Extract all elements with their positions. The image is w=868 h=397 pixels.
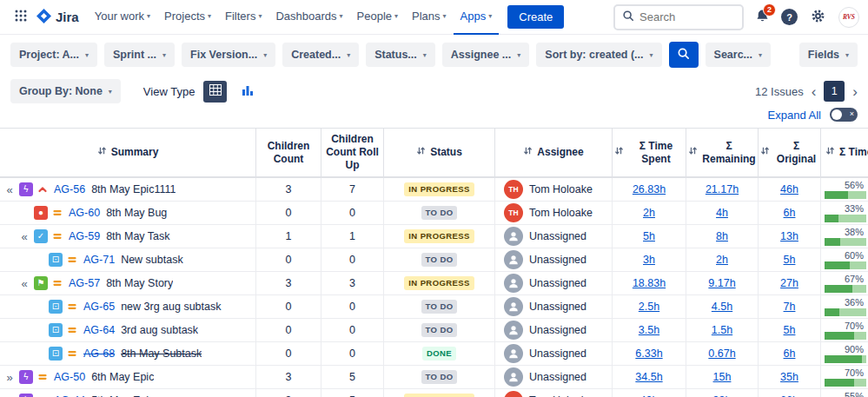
header-time-spent[interactable]: Σ Time Spent [613,129,686,176]
table-row[interactable]: » ϟ AG-50 6th May Epic 3 5 TO DO Unassig… [0,366,868,389]
table-row[interactable]: « ϟ AG-56 8th May Epic1111 3 7 IN PROGRE… [0,178,868,202]
time-original-link[interactable]: 46h [780,183,798,195]
header-assignee[interactable]: Assignee [495,129,613,176]
issue-key-link[interactable]: AG-56 [54,183,85,195]
table-row[interactable]: ⊡ AG-64 3rd aug subtask 0 0 TO DO Unassi… [0,319,868,342]
time-remaining-link[interactable]: 8h [716,230,728,242]
jira-home-link[interactable]: Jira [35,9,86,26]
view-type-chart-button[interactable] [235,81,259,103]
fields-dropdown[interactable]: Fields ▾ [799,43,858,67]
issue-key-link[interactable]: AG-60 [69,207,100,219]
time-spent-link[interactable]: 2.5h [639,301,659,313]
issue-key-link[interactable]: AG-65 [83,301,115,313]
table-row[interactable]: ⊡ AG-71 New subtask 0 0 TO DO Unassigned… [0,248,868,272]
nav-item-your-work[interactable]: Your work ▾ [88,0,157,35]
header-children-count[interactable]: Children Count [256,129,321,176]
group-by-dropdown[interactable]: Group By: None ▾ [10,79,121,103]
table-row[interactable]: ⊡ AG-68 8th May Subtask 0 0 DONE Unassig… [0,342,868,366]
time-remaining-link[interactable]: 4h [716,207,728,219]
time-remaining-link[interactable]: 0.67h [708,347,735,360]
header-children-count-rollup[interactable]: Children Count Roll Up [321,129,384,176]
time-remaining-link[interactable]: 15h [713,371,732,383]
nav-item-people[interactable]: People ▾ [350,0,406,35]
filter-chip[interactable]: Status... ▾ [366,43,435,67]
expand-toggle[interactable]: « [18,277,30,290]
nav-item-plans[interactable]: Plans ▾ [405,0,454,35]
time-original-link[interactable]: 35h [780,371,798,383]
time-remaining-link[interactable]: 1.5h [712,324,732,336]
filter-search-button[interactable] [669,42,699,68]
status-cell: TO DO [384,202,495,224]
time-spent-link[interactable]: 2h [643,207,655,219]
time-remaining-link[interactable]: 21.17h [706,183,739,195]
filter-chip[interactable]: Fix Version... ▾ [182,43,275,67]
summary-cell: ⊡ AG-71 New subtask [0,248,256,271]
nav-item-dashboards[interactable]: Dashboards ▾ [268,0,349,35]
status-cell: IN PROGRESS [384,389,495,397]
issue-key-link[interactable]: AG-68 [83,347,115,360]
top-search-box[interactable] [613,4,744,30]
time-spent-link[interactable]: 18.83h [633,277,666,289]
nav-item-apps[interactable]: Apps ▾ [454,0,500,35]
table-row[interactable]: « ⚑ AG-57 8th May Story 3 3 IN PROGRESS … [0,272,868,295]
time-spent-link[interactable]: 5h [643,230,655,242]
notifications-button[interactable]: 2 [755,9,770,26]
time-remaining-link[interactable]: 2h [716,254,728,266]
table-row[interactable]: ⊡ AG-65 new 3rg aug subtask 0 0 TO DO Un… [0,295,868,319]
issue-key-link[interactable]: AG-64 [83,324,115,336]
settings-button[interactable] [809,7,827,28]
filter-chip[interactable]: Sort by: created (... ▾ [536,43,661,67]
app-switcher-button[interactable] [9,3,33,30]
time-spent-link[interactable]: 26.83h [633,183,666,195]
header-time-original[interactable]: Σ Original [759,129,821,176]
time-spent-link[interactable]: 34.5h [635,371,662,383]
filter-chip[interactable]: Assignee ... ▾ [442,43,530,67]
pagination-prev-icon[interactable]: ‹ [812,84,817,99]
time-original-link[interactable]: 13h [780,230,798,242]
chevron-down-icon: ▾ [423,51,427,59]
expand-toggle[interactable]: « [3,183,16,196]
time-original-link[interactable]: 6h [784,347,796,360]
issue-key-link[interactable]: AG-57 [69,277,100,289]
nav-item-projects[interactable]: Projects ▾ [157,0,218,35]
time-spent-link[interactable]: 3.5h [639,324,659,336]
time-original-link[interactable]: 6h [784,207,796,219]
help-button[interactable]: ? [781,9,798,25]
expand-all-link[interactable]: Expand All [768,109,821,122]
time-remaining-link[interactable]: 4.5h [712,301,732,313]
expand-toggle[interactable]: » [3,371,16,384]
view-type-table-button[interactable] [203,81,227,103]
create-button[interactable]: Create [507,5,564,29]
time-original-link[interactable]: 27h [780,277,798,289]
search-filter-chip[interactable]: Searc... ▾ [706,43,772,67]
table-row[interactable]: « ✓ AG-59 8th May Task 1 1 IN PROGRESS U… [0,225,868,248]
pagination-page-1[interactable]: 1 [824,81,845,102]
search-input[interactable] [639,10,726,23]
expand-toggle[interactable]: « [18,230,30,243]
time-spent-link[interactable]: 6.33h [635,347,662,360]
expand-toggle-switch[interactable]: × [830,108,858,122]
filter-chip[interactable]: Created... ▾ [282,43,359,67]
user-avatar[interactable]: RVS [838,7,859,28]
time-remaining-link[interactable]: 9.17h [708,277,735,289]
expand-toggle[interactable]: » [3,394,16,397]
time-spent-link[interactable]: 3h [643,254,655,266]
issue-key-link[interactable]: AG-50 [54,371,85,383]
header-summary[interactable]: Summary [0,129,256,176]
progress-fill [825,261,850,269]
time-original-link[interactable]: 5h [784,324,796,336]
table-row[interactable]: ● AG-60 8th May Bug 0 0 TO DO TH Tom Hol… [0,202,868,225]
pagination-next-icon[interactable]: › [852,84,858,99]
time-original-link[interactable]: 7h [784,301,796,313]
filter-chip[interactable]: Project: A... ▾ [10,43,97,67]
header-time-percent[interactable]: Σ Time [821,129,868,176]
filter-chip-label: Fix Version... [190,49,257,61]
header-time-remaining[interactable]: Σ Remaining [686,129,759,176]
issue-key-link[interactable]: AG-71 [83,254,115,266]
nav-item-filters[interactable]: Filters ▾ [218,0,268,35]
header-status[interactable]: Status [384,129,495,176]
table-row[interactable]: » ϟ AG-44 5th May Epic 3 5 IN PROGRESS T… [0,389,868,397]
filter-chip[interactable]: Sprint ... ▾ [104,43,175,67]
issue-key-link[interactable]: AG-59 [69,230,100,242]
time-original-link[interactable]: 5h [784,254,796,266]
